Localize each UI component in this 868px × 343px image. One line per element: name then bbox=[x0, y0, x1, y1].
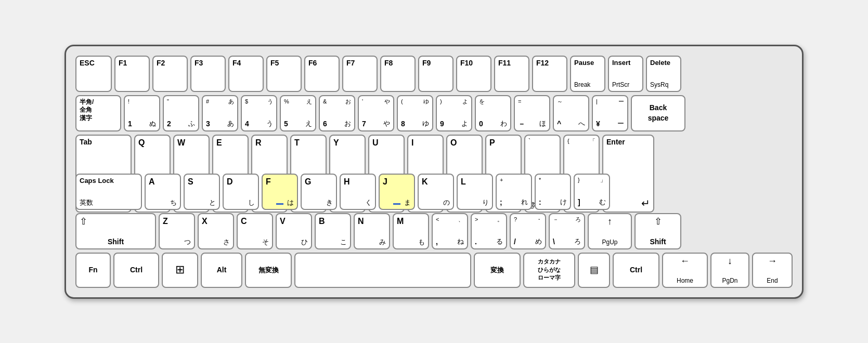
row-function-keys: ESC F1 F2 F3 F4 F5 F6 F7 F8 F9 F10 bbox=[75, 56, 793, 92]
key-comma[interactable]: < 、 , ね bbox=[432, 213, 468, 249]
key-2[interactable]: " 2 ふ bbox=[163, 95, 199, 131]
key-fn[interactable]: Fn bbox=[75, 253, 111, 288]
key-3[interactable]: # あ 3 あ bbox=[202, 95, 238, 131]
key-colon[interactable]: * : け bbox=[535, 174, 571, 210]
key-v[interactable]: V ひ bbox=[276, 213, 312, 249]
key-period[interactable]: > 。 . る bbox=[471, 213, 507, 249]
key-ctrl-left[interactable]: Ctrl bbox=[113, 253, 159, 288]
key-pgup[interactable]: ↑ PgUp bbox=[588, 213, 632, 249]
key-f11[interactable]: F11 bbox=[494, 56, 529, 92]
key-alt-left[interactable]: Alt bbox=[201, 253, 242, 288]
key-z[interactable]: Z つ bbox=[159, 213, 195, 249]
key-7[interactable]: ' や 7 や bbox=[358, 95, 394, 131]
key-yen[interactable]: | ー ¥ ー bbox=[592, 95, 628, 131]
key-6[interactable]: & お 6 お bbox=[319, 95, 355, 131]
key-l[interactable]: L り bbox=[457, 174, 493, 210]
key-esc[interactable]: ESC bbox=[75, 56, 112, 92]
key-5[interactable]: % え 5 え bbox=[280, 95, 316, 131]
key-minus[interactable]: = － ほ bbox=[514, 95, 550, 131]
key-h[interactable]: H く bbox=[340, 174, 376, 210]
key-semicolon[interactable]: + ; れ bbox=[496, 174, 532, 210]
key-s[interactable]: S と bbox=[184, 174, 220, 210]
key-f8[interactable]: F8 bbox=[380, 56, 416, 92]
key-win[interactable]: ⊞ bbox=[162, 253, 198, 288]
key-f12[interactable]: F12 bbox=[532, 56, 567, 92]
key-henkan[interactable]: 変換 bbox=[474, 253, 521, 288]
key-9[interactable]: ) よ 9 よ bbox=[436, 95, 472, 131]
key-backspace[interactable]: Backspace bbox=[631, 95, 685, 131]
key-katakana[interactable]: カタカナひらがなローマ字 bbox=[523, 253, 575, 288]
key-f10[interactable]: F10 bbox=[456, 56, 491, 92]
j-key-underline bbox=[393, 203, 400, 205]
key-8[interactable]: ( ゆ 8 ゆ bbox=[397, 95, 433, 131]
key-home[interactable]: ← Home bbox=[662, 253, 708, 288]
key-shift-left[interactable]: ⇧ Shift bbox=[75, 213, 156, 249]
key-f7[interactable]: F7 bbox=[342, 56, 378, 92]
key-insert[interactable]: Insert PrtScr bbox=[608, 56, 643, 92]
key-pgdn[interactable]: ↓ PgDn bbox=[710, 253, 749, 288]
key-d[interactable]: D し bbox=[223, 174, 259, 210]
key-f6[interactable]: F6 bbox=[304, 56, 340, 92]
key-shift-right[interactable]: ⇧ Shift bbox=[634, 213, 681, 249]
key-f[interactable]: F は bbox=[262, 174, 298, 210]
key-ctrl-right[interactable]: Ctrl bbox=[613, 253, 659, 288]
keyboard: ESC F1 F2 F3 F4 F5 F6 F7 F8 F9 F10 bbox=[64, 45, 804, 299]
key-f9[interactable]: F9 bbox=[418, 56, 454, 92]
key-ro[interactable]: － ろ \ ろ bbox=[549, 213, 585, 249]
key-enter[interactable]: Enter ↵ bbox=[602, 135, 654, 213]
key-hankaku[interactable]: 半角/全角漢字 bbox=[75, 95, 121, 131]
key-pause[interactable]: Pause Break bbox=[570, 56, 605, 92]
key-b[interactable]: B こ bbox=[315, 213, 351, 249]
key-f3[interactable]: F3 bbox=[190, 56, 226, 92]
row-number: 半角/全角漢字 ! 1 ぬ " 2 ふ # あ bbox=[75, 95, 793, 131]
apps-icon: ▤ bbox=[590, 265, 599, 276]
key-1[interactable]: ! 1 ぬ bbox=[124, 95, 160, 131]
key-space[interactable] bbox=[294, 253, 471, 288]
row-bottom: Fn Ctrl ⊞ Alt 無変換 変換 カタカナひらがなローマ字 ▤ bbox=[75, 253, 793, 288]
f-key-underline bbox=[276, 203, 283, 205]
key-f5[interactable]: F5 bbox=[266, 56, 302, 92]
key-c[interactable]: C そ bbox=[237, 213, 273, 249]
key-delete[interactable]: Delete SysRq bbox=[646, 56, 681, 92]
key-4[interactable]: $ う 4 う bbox=[241, 95, 277, 131]
key-end[interactable]: → End bbox=[752, 253, 793, 288]
key-f2[interactable]: F2 bbox=[152, 56, 188, 92]
key-x[interactable]: X さ bbox=[198, 213, 234, 249]
key-g[interactable]: G き bbox=[301, 174, 337, 210]
key-0[interactable]: を 0 わ bbox=[475, 95, 511, 131]
key-muhenkan[interactable]: 無変換 bbox=[245, 253, 292, 288]
key-apps[interactable]: ▤ bbox=[578, 253, 610, 288]
key-bracket-r[interactable]: } 」 ] む bbox=[574, 174, 610, 210]
key-slash[interactable]: ? ・ / め bbox=[510, 213, 546, 249]
key-n[interactable]: N み bbox=[354, 213, 390, 249]
key-caps-lock[interactable]: Caps Lock 英数 bbox=[75, 174, 142, 210]
key-k[interactable]: K の bbox=[418, 174, 454, 210]
key-caret[interactable]: ～ ^ へ bbox=[553, 95, 589, 131]
key-f1[interactable]: F1 bbox=[114, 56, 150, 92]
key-m[interactable]: M も bbox=[393, 213, 429, 249]
key-j[interactable]: J ま bbox=[379, 174, 415, 210]
windows-icon: ⊞ bbox=[175, 263, 185, 276]
key-f4[interactable]: F4 bbox=[228, 56, 264, 92]
row-zxcv: ⇧ Shift Z つ X さ C そ V ひ B こ N み bbox=[75, 213, 793, 249]
key-a[interactable]: A ち bbox=[145, 174, 181, 210]
